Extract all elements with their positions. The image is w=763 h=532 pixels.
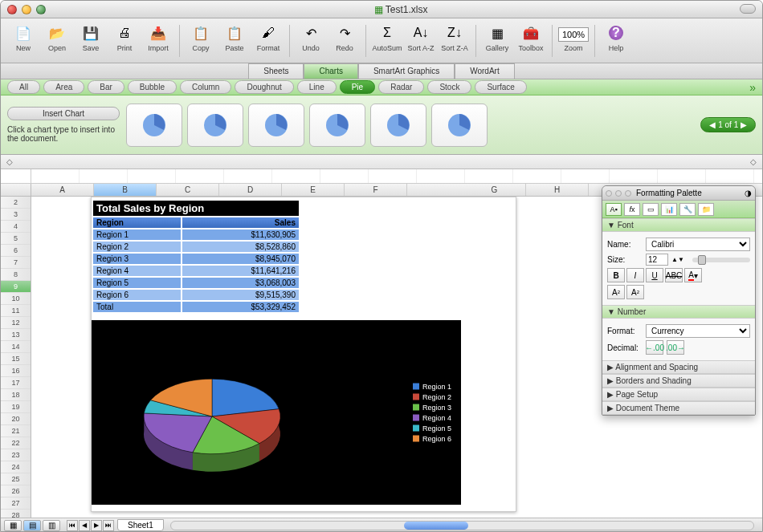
row-header-4[interactable]: 4 — [1, 221, 31, 233]
row-header-21[interactable]: 21 — [1, 425, 31, 437]
category-column[interactable]: Column — [180, 80, 231, 94]
row-header-17[interactable]: 17 — [1, 377, 31, 389]
chart-thumb-pie-of-pie[interactable] — [309, 104, 365, 147]
minimize-window-button[interactable] — [22, 5, 31, 14]
col-header-B[interactable]: B — [94, 184, 157, 196]
sort-z-a-button[interactable]: Z↓Sort Z-A — [439, 22, 471, 54]
print-button[interactable]: 🖨Print — [108, 22, 141, 54]
collapse-formula-icon[interactable]: ◇ — [748, 156, 759, 168]
font-name-select[interactable]: Calibri — [646, 238, 750, 251]
strikethrough-button[interactable]: ABC — [665, 268, 683, 282]
subscript-button[interactable]: A2 — [626, 285, 644, 299]
row-header-8[interactable]: 8 — [1, 269, 31, 281]
new-button[interactable]: 📄New — [7, 22, 39, 54]
category-bar[interactable]: Bar — [88, 80, 124, 94]
col-header-A[interactable]: A — [31, 184, 94, 196]
gallery-pager[interactable]: ◀ 1 of 1 ▶ — [700, 117, 756, 132]
palette-tab-media[interactable]: 📁 — [698, 203, 714, 216]
font-size-input[interactable] — [646, 254, 668, 266]
palette-section-document-theme[interactable]: ▶ Document Theme — [602, 401, 755, 415]
zoom-button[interactable]: 100%Zoom — [557, 22, 590, 54]
category-bubble[interactable]: Bubble — [128, 80, 177, 94]
palette-tab-object[interactable]: ▭ — [643, 203, 659, 216]
copy-button[interactable]: 📋Copy — [185, 22, 217, 54]
row-header-9[interactable]: 9 — [1, 281, 31, 293]
category-area[interactable]: Area — [43, 80, 84, 94]
expand-formula-icon[interactable]: ◇ — [4, 156, 15, 168]
underline-button[interactable]: U — [646, 268, 663, 282]
page-layout-view-button[interactable]: ▤ — [23, 520, 41, 531]
expand-categories-icon[interactable]: » — [749, 81, 756, 94]
font-size-slider[interactable] — [692, 258, 750, 262]
row-header-23[interactable]: 23 — [1, 449, 31, 461]
palette-titlebar[interactable]: Formatting Palette ◑ — [602, 186, 755, 201]
prev-sheet-button[interactable]: ◀ — [79, 520, 90, 531]
col-header-D[interactable]: D — [219, 184, 282, 196]
row-header-13[interactable]: 13 — [1, 329, 31, 341]
row-header-15[interactable]: 15 — [1, 353, 31, 365]
palette-tab-fx[interactable]: fx — [624, 203, 640, 216]
col-header-C[interactable]: C — [157, 184, 219, 196]
first-sheet-button[interactable]: ⏮ — [67, 520, 78, 531]
pie-chart[interactable]: Region 1Region 2Region 3Region 4Region 5… — [92, 320, 461, 505]
save-button[interactable]: 💾Save — [75, 22, 107, 54]
bold-button[interactable]: B — [607, 268, 625, 282]
category-radar[interactable]: Radar — [378, 80, 424, 94]
import-button[interactable]: 📥Import — [142, 22, 174, 54]
row-header-11[interactable]: 11 — [1, 305, 31, 317]
italic-button[interactable]: I — [626, 268, 644, 282]
row-header-22[interactable]: 22 — [1, 437, 31, 449]
row-header-20[interactable]: 20 — [1, 413, 31, 425]
category-all[interactable]: All — [7, 80, 40, 94]
row-header-3[interactable]: 3 — [1, 209, 31, 221]
row-header-24[interactable]: 24 — [1, 461, 31, 473]
table-row[interactable]: Region 2$8,528,860 — [93, 242, 299, 252]
palette-tab-chart[interactable]: 📊 — [661, 203, 677, 216]
chart-thumb-pie-3d[interactable] — [187, 104, 243, 147]
col-header-E[interactable]: E — [282, 184, 345, 196]
gallery-button[interactable]: ▦Gallery — [481, 22, 513, 54]
col-header-H[interactable]: H — [526, 184, 589, 196]
row-header-28[interactable]: 28 — [1, 510, 31, 518]
toolbox-button[interactable]: 🧰Toolbox — [515, 22, 547, 54]
row-header-12[interactable]: 12 — [1, 317, 31, 329]
col-header-G[interactable]: G — [463, 184, 526, 196]
palette-close-icon[interactable] — [606, 190, 612, 197]
table-row[interactable]: Region 6$9,515,390 — [93, 290, 299, 300]
table-row[interactable]: Region 5$3,068,003 — [93, 278, 299, 288]
undo-button[interactable]: ↶Undo — [295, 22, 327, 54]
row-header-6[interactable]: 6 — [1, 245, 31, 257]
open-button[interactable]: 📂Open — [41, 22, 73, 54]
ribbon-tab-smartart-graphics[interactable]: SmartArt Graphics — [358, 63, 455, 79]
row-header-18[interactable]: 18 — [1, 389, 31, 401]
row-header-25[interactable]: 25 — [1, 473, 31, 485]
chart-thumb-pie-2d[interactable] — [126, 104, 182, 147]
chart-thumb-pie-3d-exploded[interactable] — [370, 104, 426, 147]
zoom-window-button[interactable] — [36, 5, 46, 14]
close-window-button[interactable] — [7, 5, 17, 14]
palette-tab-tools[interactable]: 🔧 — [679, 203, 696, 216]
ribbon-tab-sheets[interactable]: Sheets — [248, 63, 304, 79]
paste-button[interactable]: 📋Paste — [218, 22, 251, 54]
category-doughnut[interactable]: Doughnut — [235, 80, 293, 94]
table-row[interactable]: Region 4$11,641,216 — [93, 266, 299, 276]
category-line[interactable]: Line — [297, 80, 337, 94]
category-stock[interactable]: Stock — [427, 80, 471, 94]
row-header-19[interactable]: 19 — [1, 401, 31, 413]
format-button[interactable]: 🖌Format — [252, 22, 284, 54]
palette-section-number[interactable]: ▼ Number — [602, 305, 755, 319]
col-header-F[interactable]: F — [345, 184, 407, 196]
number-format-select[interactable]: Currency — [646, 324, 750, 338]
font-color-button[interactable]: A ▾ — [684, 268, 702, 282]
table-row[interactable]: Region 3$8,945,070 — [93, 254, 299, 264]
decrease-decimal-button[interactable]: .00→ — [667, 340, 684, 355]
category-pie[interactable]: Pie — [340, 80, 375, 94]
chart-thumb-bar-of-pie[interactable] — [431, 104, 488, 147]
toolbar-toggle-pill[interactable] — [740, 4, 756, 14]
ribbon-tab-wordart[interactable]: WordArt — [455, 63, 515, 79]
table-row[interactable]: Region 1$11,630,905 — [93, 229, 299, 240]
last-sheet-button[interactable]: ⏭ — [103, 520, 114, 531]
row-header-5[interactable]: 5 — [1, 233, 31, 245]
row-header-26[interactable]: 26 — [1, 485, 31, 497]
row-header-10[interactable]: 10 — [1, 293, 31, 305]
